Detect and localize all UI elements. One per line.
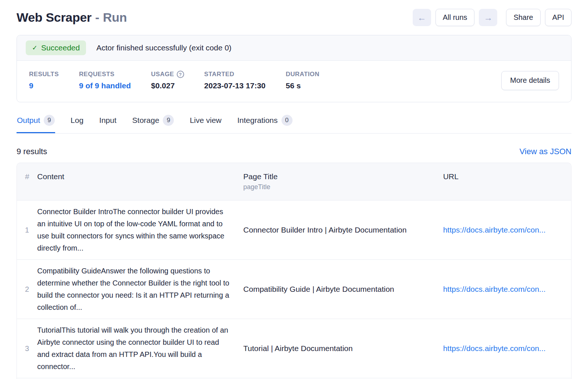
tab-log[interactable]: Log — [70, 113, 84, 133]
stat-requests-value[interactable]: 9 of 9 handled — [79, 81, 131, 90]
results-count: 9 results — [17, 147, 47, 156]
previous-run-button[interactable]: ← — [413, 9, 431, 26]
actor-name: Web Scraper — [17, 10, 92, 25]
row-index: 2 — [17, 259, 37, 319]
arrow-right-icon: → — [484, 13, 492, 22]
column-header-page-title: Page Title pageTitle — [243, 163, 443, 200]
column-header-content: Content — [37, 163, 243, 200]
tab-output-label: Output — [17, 116, 40, 125]
stat-duration-label: DURATION — [286, 71, 320, 78]
top-bar: Web Scraper - Run ← All runs → Share API — [17, 0, 571, 26]
stat-requests-label: REQUESTS — [79, 71, 131, 78]
url-link[interactable]: https://docs.airbyte.com/con... — [443, 344, 546, 353]
stat-started-value: 2023-07-13 17:30 — [204, 81, 266, 90]
status-message: Actor finished successfully (exit code 0… — [96, 43, 232, 52]
results-table: # Content Page Title pageTitle URL 1 Con… — [17, 163, 571, 379]
tab-input[interactable]: Input — [99, 113, 117, 133]
tab-log-label: Log — [71, 116, 83, 125]
status-bar: ✓ Succeeded Actor finished successfully … — [17, 35, 571, 61]
tab-storage[interactable]: Storage 9 — [132, 113, 175, 133]
all-runs-button[interactable]: All runs — [435, 9, 475, 26]
row-url: https://docs.airbyte.com/con... — [443, 259, 571, 319]
status-badge-label: Succeeded — [41, 43, 80, 52]
run-page: Web Scraper - Run ← All runs → Share API… — [0, 0, 588, 379]
tab-live-view-label: Live view — [190, 116, 221, 125]
tab-storage-count: 9 — [163, 115, 174, 126]
title-separator: - — [95, 10, 99, 25]
page-title: Web Scraper - Run — [17, 10, 127, 25]
stat-started-label: STARTED — [204, 71, 266, 78]
column-header-url: URL — [443, 163, 571, 200]
stat-usage-label-text: USAGE — [151, 71, 174, 78]
row-page-title: Compatibility Guide | Airbyte Documentat… — [243, 259, 443, 319]
stats-row: RESULTS 9 REQUESTS 9 of 9 handled USAGE … — [17, 61, 571, 102]
row-content: Connector Builder IntroThe connector bui… — [37, 200, 243, 259]
stat-duration: DURATION 56 s — [286, 71, 320, 90]
stat-usage-value: $0.027 — [151, 81, 184, 90]
help-icon[interactable]: ? — [177, 71, 184, 78]
row-url: https://docs.airbyte.com/con... — [443, 319, 571, 378]
row-url: https://docs.airbyte.com/con... — [443, 200, 571, 259]
column-header-page-title-key: pageTitle — [243, 183, 434, 191]
tab-bar: Output 9 Log Input Storage 9 Live view I… — [17, 113, 571, 134]
stat-started: STARTED 2023-07-13 17:30 — [204, 71, 266, 90]
stat-requests: REQUESTS 9 of 9 handled — [79, 71, 131, 90]
share-button[interactable]: Share — [506, 9, 540, 26]
tab-storage-label: Storage — [132, 116, 159, 125]
status-badge: ✓ Succeeded — [26, 40, 86, 55]
url-link[interactable]: https://docs.airbyte.com/con... — [443, 285, 546, 293]
view-as-json-link[interactable]: View as JSON — [520, 147, 571, 156]
results-bar: 9 results View as JSON — [17, 147, 571, 156]
api-button[interactable]: API — [545, 9, 571, 26]
tab-input-label: Input — [99, 116, 116, 125]
tab-output[interactable]: Output 9 — [17, 113, 55, 133]
tab-integrations-label: Integrations — [237, 116, 278, 125]
run-label: Run — [103, 10, 127, 25]
stat-usage-label: USAGE ? — [151, 71, 184, 78]
tab-integrations[interactable]: Integrations 0 — [237, 113, 293, 133]
top-actions: ← All runs → Share API — [413, 9, 571, 26]
arrow-left-icon: ← — [417, 13, 426, 22]
url-link[interactable]: https://docs.airbyte.com/con... — [443, 226, 546, 234]
check-icon: ✓ — [32, 44, 37, 52]
stat-duration-value: 56 s — [286, 81, 320, 90]
column-header-index: # — [17, 163, 37, 200]
tab-integrations-count: 0 — [282, 115, 293, 126]
row-page-title: Connector Builder Intro | Airbyte Docume… — [243, 200, 443, 259]
run-status-card: ✓ Succeeded Actor finished successfully … — [17, 35, 571, 102]
row-content: Compatibility GuideAnswer the following … — [37, 259, 243, 319]
stat-results-label: RESULTS — [29, 71, 59, 78]
row-content: TutorialThis tutorial will walk you thro… — [37, 319, 243, 378]
table-header-row: # Content Page Title pageTitle URL — [17, 163, 571, 200]
table-row: 3 TutorialThis tutorial will walk you th… — [17, 319, 571, 378]
tab-output-count: 9 — [44, 115, 55, 126]
table-row: 2 Compatibility GuideAnswer the followin… — [17, 259, 571, 319]
stat-usage: USAGE ? $0.027 — [151, 71, 184, 90]
table-row: 1 Connector Builder IntroThe connector b… — [17, 200, 571, 259]
stat-results-value[interactable]: 9 — [29, 81, 59, 90]
results-table-container: # Content Page Title pageTitle URL 1 Con… — [17, 163, 571, 379]
more-details-button[interactable]: More details — [501, 71, 559, 90]
row-index: 3 — [17, 319, 37, 378]
tab-live-view[interactable]: Live view — [189, 113, 222, 133]
next-run-button[interactable]: → — [479, 9, 497, 26]
column-header-page-title-label: Page Title — [243, 172, 434, 181]
row-index: 1 — [17, 200, 37, 259]
row-page-title: Tutorial | Airbyte Documentation — [243, 319, 443, 378]
stat-results: RESULTS 9 — [29, 71, 59, 90]
